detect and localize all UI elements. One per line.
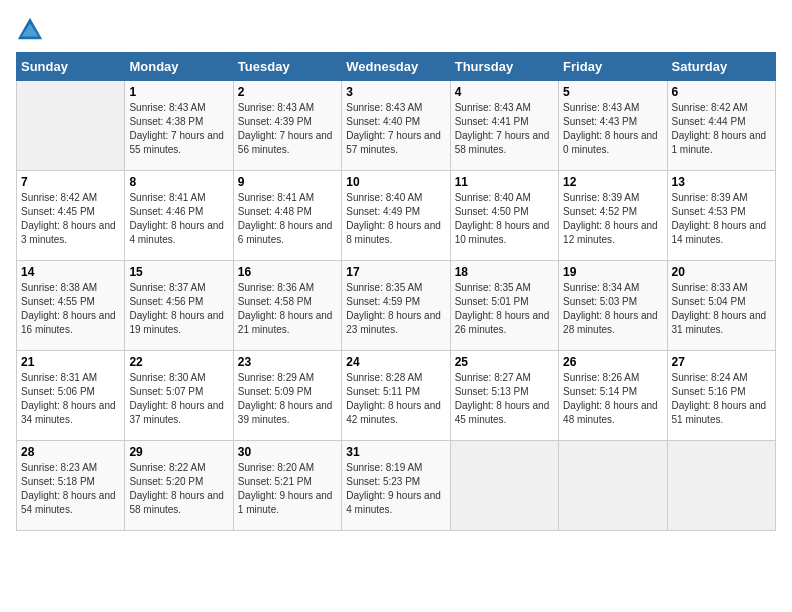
day-number: 17	[346, 265, 445, 279]
day-number: 8	[129, 175, 228, 189]
day-info: Sunrise: 8:43 AMSunset: 4:39 PMDaylight:…	[238, 101, 337, 157]
header-tuesday: Tuesday	[233, 53, 341, 81]
calendar-cell	[17, 81, 125, 171]
day-number: 3	[346, 85, 445, 99]
day-number: 26	[563, 355, 662, 369]
calendar-cell: 23Sunrise: 8:29 AMSunset: 5:09 PMDayligh…	[233, 351, 341, 441]
day-info: Sunrise: 8:43 AMSunset: 4:38 PMDaylight:…	[129, 101, 228, 157]
header-friday: Friday	[559, 53, 667, 81]
day-number: 23	[238, 355, 337, 369]
calendar-cell: 6Sunrise: 8:42 AMSunset: 4:44 PMDaylight…	[667, 81, 775, 171]
day-number: 29	[129, 445, 228, 459]
calendar-week-4: 21Sunrise: 8:31 AMSunset: 5:06 PMDayligh…	[17, 351, 776, 441]
day-number: 30	[238, 445, 337, 459]
day-number: 6	[672, 85, 771, 99]
day-info: Sunrise: 8:40 AMSunset: 4:49 PMDaylight:…	[346, 191, 445, 247]
calendar-cell: 14Sunrise: 8:38 AMSunset: 4:55 PMDayligh…	[17, 261, 125, 351]
calendar-cell: 13Sunrise: 8:39 AMSunset: 4:53 PMDayligh…	[667, 171, 775, 261]
day-info: Sunrise: 8:37 AMSunset: 4:56 PMDaylight:…	[129, 281, 228, 337]
calendar-cell: 28Sunrise: 8:23 AMSunset: 5:18 PMDayligh…	[17, 441, 125, 531]
day-info: Sunrise: 8:26 AMSunset: 5:14 PMDaylight:…	[563, 371, 662, 427]
calendar-week-3: 14Sunrise: 8:38 AMSunset: 4:55 PMDayligh…	[17, 261, 776, 351]
calendar-cell	[559, 441, 667, 531]
day-info: Sunrise: 8:41 AMSunset: 4:48 PMDaylight:…	[238, 191, 337, 247]
calendar-cell: 7Sunrise: 8:42 AMSunset: 4:45 PMDaylight…	[17, 171, 125, 261]
calendar-cell: 1Sunrise: 8:43 AMSunset: 4:38 PMDaylight…	[125, 81, 233, 171]
day-number: 18	[455, 265, 554, 279]
day-info: Sunrise: 8:29 AMSunset: 5:09 PMDaylight:…	[238, 371, 337, 427]
logo-icon	[16, 16, 44, 44]
day-info: Sunrise: 8:40 AMSunset: 4:50 PMDaylight:…	[455, 191, 554, 247]
day-number: 21	[21, 355, 120, 369]
day-info: Sunrise: 8:23 AMSunset: 5:18 PMDaylight:…	[21, 461, 120, 517]
calendar-cell: 20Sunrise: 8:33 AMSunset: 5:04 PMDayligh…	[667, 261, 775, 351]
calendar-cell: 8Sunrise: 8:41 AMSunset: 4:46 PMDaylight…	[125, 171, 233, 261]
calendar-cell: 5Sunrise: 8:43 AMSunset: 4:43 PMDaylight…	[559, 81, 667, 171]
day-info: Sunrise: 8:19 AMSunset: 5:23 PMDaylight:…	[346, 461, 445, 517]
calendar-cell: 16Sunrise: 8:36 AMSunset: 4:58 PMDayligh…	[233, 261, 341, 351]
header-saturday: Saturday	[667, 53, 775, 81]
day-number: 7	[21, 175, 120, 189]
calendar-cell: 17Sunrise: 8:35 AMSunset: 4:59 PMDayligh…	[342, 261, 450, 351]
header-sunday: Sunday	[17, 53, 125, 81]
logo	[16, 16, 48, 44]
day-number: 11	[455, 175, 554, 189]
calendar-cell: 4Sunrise: 8:43 AMSunset: 4:41 PMDaylight…	[450, 81, 558, 171]
day-number: 14	[21, 265, 120, 279]
page-header	[16, 16, 776, 44]
day-info: Sunrise: 8:20 AMSunset: 5:21 PMDaylight:…	[238, 461, 337, 517]
calendar-cell: 3Sunrise: 8:43 AMSunset: 4:40 PMDaylight…	[342, 81, 450, 171]
calendar-cell: 12Sunrise: 8:39 AMSunset: 4:52 PMDayligh…	[559, 171, 667, 261]
day-info: Sunrise: 8:31 AMSunset: 5:06 PMDaylight:…	[21, 371, 120, 427]
calendar-cell: 29Sunrise: 8:22 AMSunset: 5:20 PMDayligh…	[125, 441, 233, 531]
day-info: Sunrise: 8:42 AMSunset: 4:44 PMDaylight:…	[672, 101, 771, 157]
day-info: Sunrise: 8:24 AMSunset: 5:16 PMDaylight:…	[672, 371, 771, 427]
day-info: Sunrise: 8:34 AMSunset: 5:03 PMDaylight:…	[563, 281, 662, 337]
day-info: Sunrise: 8:22 AMSunset: 5:20 PMDaylight:…	[129, 461, 228, 517]
calendar-cell: 15Sunrise: 8:37 AMSunset: 4:56 PMDayligh…	[125, 261, 233, 351]
calendar-cell: 19Sunrise: 8:34 AMSunset: 5:03 PMDayligh…	[559, 261, 667, 351]
header-wednesday: Wednesday	[342, 53, 450, 81]
header-thursday: Thursday	[450, 53, 558, 81]
day-info: Sunrise: 8:42 AMSunset: 4:45 PMDaylight:…	[21, 191, 120, 247]
day-info: Sunrise: 8:43 AMSunset: 4:40 PMDaylight:…	[346, 101, 445, 157]
day-number: 1	[129, 85, 228, 99]
calendar-week-5: 28Sunrise: 8:23 AMSunset: 5:18 PMDayligh…	[17, 441, 776, 531]
calendar-cell: 25Sunrise: 8:27 AMSunset: 5:13 PMDayligh…	[450, 351, 558, 441]
calendar-cell: 11Sunrise: 8:40 AMSunset: 4:50 PMDayligh…	[450, 171, 558, 261]
day-info: Sunrise: 8:43 AMSunset: 4:41 PMDaylight:…	[455, 101, 554, 157]
calendar-cell: 27Sunrise: 8:24 AMSunset: 5:16 PMDayligh…	[667, 351, 775, 441]
calendar-cell: 21Sunrise: 8:31 AMSunset: 5:06 PMDayligh…	[17, 351, 125, 441]
calendar-table: SundayMondayTuesdayWednesdayThursdayFrid…	[16, 52, 776, 531]
calendar-cell: 26Sunrise: 8:26 AMSunset: 5:14 PMDayligh…	[559, 351, 667, 441]
day-number: 31	[346, 445, 445, 459]
day-number: 25	[455, 355, 554, 369]
day-info: Sunrise: 8:30 AMSunset: 5:07 PMDaylight:…	[129, 371, 228, 427]
calendar-week-2: 7Sunrise: 8:42 AMSunset: 4:45 PMDaylight…	[17, 171, 776, 261]
day-number: 27	[672, 355, 771, 369]
day-number: 12	[563, 175, 662, 189]
day-number: 4	[455, 85, 554, 99]
day-number: 16	[238, 265, 337, 279]
day-info: Sunrise: 8:39 AMSunset: 4:53 PMDaylight:…	[672, 191, 771, 247]
calendar-cell: 24Sunrise: 8:28 AMSunset: 5:11 PMDayligh…	[342, 351, 450, 441]
calendar-header-row: SundayMondayTuesdayWednesdayThursdayFrid…	[17, 53, 776, 81]
calendar-cell: 30Sunrise: 8:20 AMSunset: 5:21 PMDayligh…	[233, 441, 341, 531]
day-info: Sunrise: 8:35 AMSunset: 5:01 PMDaylight:…	[455, 281, 554, 337]
day-number: 15	[129, 265, 228, 279]
day-number: 20	[672, 265, 771, 279]
day-info: Sunrise: 8:36 AMSunset: 4:58 PMDaylight:…	[238, 281, 337, 337]
day-info: Sunrise: 8:33 AMSunset: 5:04 PMDaylight:…	[672, 281, 771, 337]
calendar-cell	[667, 441, 775, 531]
calendar-cell: 18Sunrise: 8:35 AMSunset: 5:01 PMDayligh…	[450, 261, 558, 351]
calendar-cell: 22Sunrise: 8:30 AMSunset: 5:07 PMDayligh…	[125, 351, 233, 441]
day-info: Sunrise: 8:38 AMSunset: 4:55 PMDaylight:…	[21, 281, 120, 337]
day-info: Sunrise: 8:27 AMSunset: 5:13 PMDaylight:…	[455, 371, 554, 427]
calendar-week-1: 1Sunrise: 8:43 AMSunset: 4:38 PMDaylight…	[17, 81, 776, 171]
day-number: 5	[563, 85, 662, 99]
day-number: 9	[238, 175, 337, 189]
calendar-cell: 10Sunrise: 8:40 AMSunset: 4:49 PMDayligh…	[342, 171, 450, 261]
day-number: 22	[129, 355, 228, 369]
header-monday: Monday	[125, 53, 233, 81]
calendar-cell: 31Sunrise: 8:19 AMSunset: 5:23 PMDayligh…	[342, 441, 450, 531]
